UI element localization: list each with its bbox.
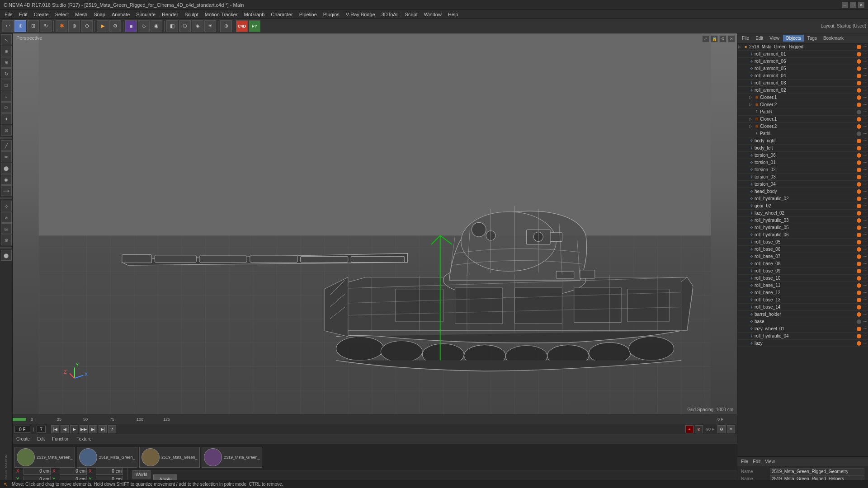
paint-icon[interactable]: ⬤ bbox=[1, 163, 12, 174]
menu-item-vraybridge[interactable]: V-Ray Bridge bbox=[343, 11, 378, 18]
sphere-icon[interactable]: ○ bbox=[1, 91, 12, 102]
object-row[interactable]: ⊹roll_base_07···· bbox=[737, 253, 868, 260]
light-mode[interactable]: ☀ bbox=[204, 20, 216, 32]
visibility-dot[interactable] bbox=[857, 312, 861, 317]
object-row[interactable]: ▷⊞Cloner.1···· bbox=[737, 94, 868, 101]
cylinder-icon[interactable]: ⬭ bbox=[1, 102, 12, 113]
auto-key-button[interactable]: ⊛ bbox=[695, 425, 703, 433]
render-button[interactable]: ▶ bbox=[97, 20, 108, 32]
view-tab-right[interactable]: View bbox=[767, 35, 782, 42]
minimize-button[interactable]: ─ bbox=[842, 2, 848, 8]
pen-tool-icon[interactable]: ✏ bbox=[1, 151, 12, 162]
scale-icon[interactable]: ⊞ bbox=[1, 57, 12, 68]
object-row[interactable]: ⊹roll_ammort_03···· bbox=[737, 80, 868, 87]
rig-icon[interactable]: ⎈ bbox=[1, 212, 12, 223]
object-row[interactable]: ⊹roll_hydraulic_04···· bbox=[737, 333, 868, 340]
object-row[interactable]: ⊹roll_base_11···· bbox=[737, 282, 868, 289]
object-row[interactable]: ⊹roll_base_10···· bbox=[737, 275, 868, 282]
mat-item-4[interactable]: 2519_Msta_Green_Rigged_Helpers_Bones bbox=[202, 447, 262, 468]
visibility-dot[interactable] bbox=[857, 334, 861, 338]
menu-item-create[interactable]: Create bbox=[31, 11, 52, 18]
point-mode[interactable]: ◉ bbox=[151, 20, 162, 32]
object-row[interactable]: ⊹roll_hydraulic_02···· bbox=[737, 195, 868, 202]
menu-item-snap[interactable]: Snap bbox=[91, 11, 108, 18]
pos-x3-input[interactable] bbox=[96, 468, 123, 475]
tree-arrow[interactable]: ▷ bbox=[749, 103, 754, 107]
current-frame-input[interactable] bbox=[14, 426, 30, 433]
visibility-dot[interactable] bbox=[857, 52, 861, 56]
render-settings[interactable]: ⚙ bbox=[109, 20, 121, 32]
object-row[interactable]: ⊹lazy···· bbox=[737, 340, 868, 347]
deform-icon[interactable]: ⟿ bbox=[1, 185, 12, 196]
edit-tab-right[interactable]: Edit bbox=[753, 35, 766, 42]
close-button[interactable]: ✕ bbox=[858, 2, 864, 8]
menu-item-mograph[interactable]: MoGraph bbox=[241, 11, 267, 18]
object-row[interactable]: ⊹torsion_01···· bbox=[737, 159, 868, 166]
visibility-dot[interactable] bbox=[857, 74, 861, 78]
object-row[interactable]: ⊹torsion_03···· bbox=[737, 174, 868, 181]
edit-tab[interactable]: Edit bbox=[35, 436, 47, 441]
line-tool-icon[interactable]: ╱ bbox=[1, 140, 12, 151]
visibility-dot[interactable] bbox=[857, 269, 861, 273]
model-mode[interactable]: ✱ bbox=[56, 20, 67, 32]
bones-icon[interactable]: ⊹ bbox=[1, 201, 12, 211]
timeline-settings[interactable]: ⚙ bbox=[717, 425, 726, 433]
visibility-dot[interactable] bbox=[857, 319, 861, 324]
menu-item-sculpt[interactable]: Sculpt bbox=[182, 11, 201, 18]
object-row[interactable]: ⊹torsion_02···· bbox=[737, 166, 868, 174]
undo-button[interactable]: ↩ bbox=[2, 20, 14, 32]
tree-arrow[interactable]: ▷ bbox=[749, 124, 754, 128]
file-tab[interactable]: File bbox=[739, 35, 752, 42]
menu-item-pipeline[interactable]: Pipeline bbox=[297, 11, 320, 18]
menu-item-dtoall[interactable]: 3DToAll bbox=[379, 11, 401, 18]
move-tool[interactable]: ⊕ bbox=[14, 20, 26, 32]
object-row[interactable]: ⊹roll_ammort_04···· bbox=[737, 72, 868, 80]
visibility-dot[interactable] bbox=[857, 103, 861, 107]
tree-arrow[interactable]: ▷ bbox=[749, 95, 754, 99]
create-tab[interactable]: Create bbox=[14, 436, 32, 441]
object-row[interactable]: ⊹torsion_04···· bbox=[737, 181, 868, 188]
cube-icon[interactable]: □ bbox=[1, 80, 12, 90]
object-row[interactable]: ▷⊞Cloner.2···· bbox=[737, 123, 868, 130]
world-mode-button[interactable]: World bbox=[132, 470, 151, 479]
bookmark-tab[interactable]: Bookmark bbox=[821, 35, 846, 42]
object-row[interactable]: ⊹lazy_wheel_01···· bbox=[737, 325, 868, 333]
object-row[interactable]: ⌇PathL···· bbox=[737, 130, 868, 137]
object-row[interactable]: ⊹roll_hydraulic_06···· bbox=[737, 231, 868, 239]
light-icon[interactable]: ✦ bbox=[1, 113, 12, 124]
world-axis-mode[interactable]: ⊕ bbox=[81, 20, 93, 32]
attr-val-1[interactable] bbox=[770, 468, 864, 474]
file-attr-tab[interactable]: File bbox=[739, 459, 750, 464]
menu-item-motiontracker[interactable]: Motion Tracker bbox=[202, 11, 241, 18]
view-attr-tab[interactable]: View bbox=[763, 459, 777, 464]
viewport-shading[interactable]: ◧ bbox=[166, 20, 178, 32]
object-row[interactable]: ⊹roll_ammort_06···· bbox=[737, 58, 868, 65]
loop-button[interactable]: ↺ bbox=[108, 425, 116, 433]
rotate-icon[interactable]: ↻ bbox=[1, 68, 12, 79]
wireframe-mode[interactable]: ⬡ bbox=[179, 20, 191, 32]
texture-mode[interactable]: ◈ bbox=[192, 20, 203, 32]
visibility-dot[interactable] bbox=[857, 204, 861, 208]
object-row[interactable]: ⊹roll_ammort_01···· bbox=[737, 51, 868, 58]
visibility-dot[interactable] bbox=[857, 291, 861, 295]
object-row[interactable]: ⊹roll_base_12···· bbox=[737, 289, 868, 296]
rotate-tool[interactable]: ↻ bbox=[40, 20, 52, 32]
menu-item-simulate[interactable]: Simulate bbox=[133, 11, 158, 18]
edit-attr-tab[interactable]: Edit bbox=[751, 459, 762, 464]
visibility-dot[interactable] bbox=[857, 88, 861, 93]
move-icon[interactable]: ⊕ bbox=[1, 46, 12, 56]
object-row[interactable]: ⊹torsion_06···· bbox=[737, 152, 868, 159]
object-row[interactable]: ⊹base···· bbox=[737, 318, 868, 325]
mat-item-1[interactable]: 2519_Msta_Green_Rigged_Geometry bbox=[14, 447, 75, 468]
visibility-dot[interactable] bbox=[857, 225, 861, 230]
object-row[interactable]: ⊹roll_base_08···· bbox=[737, 260, 868, 267]
visibility-dot[interactable] bbox=[857, 131, 861, 136]
select-tool-icon[interactable]: ↖ bbox=[1, 34, 12, 45]
menu-item-animate[interactable]: Animate bbox=[109, 11, 132, 18]
texture-tab[interactable]: Texture bbox=[75, 436, 94, 441]
scale-tool[interactable]: ⊞ bbox=[27, 20, 39, 32]
object-row[interactable]: ⊹roll_base_13···· bbox=[737, 296, 868, 304]
morph-icon[interactable]: ⊛ bbox=[1, 235, 12, 245]
mat-item-3[interactable]: 2519_Msta_Green_Rigged_Helpers_Freeze bbox=[139, 447, 200, 468]
visibility-dot[interactable] bbox=[857, 124, 861, 129]
